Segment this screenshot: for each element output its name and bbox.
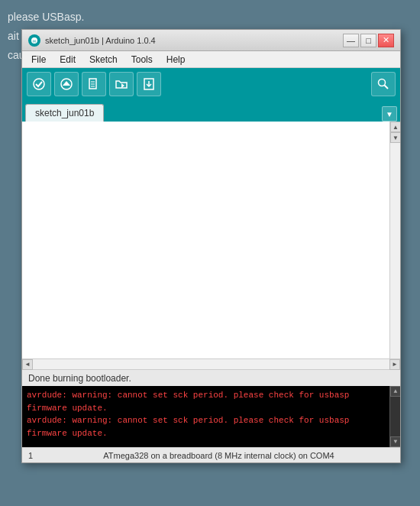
- menu-edit[interactable]: Edit: [53, 53, 82, 66]
- editor-vertical-scrollbar[interactable]: ▲ ▼: [389, 122, 400, 358]
- app-icon: ∞: [28, 34, 40, 47]
- menu-tools[interactable]: Tools: [125, 53, 159, 66]
- minimize-button[interactable]: —: [343, 34, 359, 47]
- console-line-2: firmware update.: [27, 402, 396, 415]
- menu-help[interactable]: Help: [160, 53, 192, 66]
- save-button[interactable]: [137, 72, 161, 96]
- console-scrollbar[interactable]: ▲ ▼: [389, 386, 400, 447]
- window-title: sketch_jun01b | Arduino 1.0.4: [45, 36, 343, 45]
- status-text: Done burning bootloader.: [28, 373, 131, 384]
- serial-monitor-button[interactable]: [371, 72, 396, 96]
- tab-dropdown-button[interactable]: ▼: [382, 106, 397, 122]
- upload-button[interactable]: [54, 72, 79, 96]
- status-bar: Done burning bootloader.: [22, 369, 400, 386]
- open-button[interactable]: [109, 72, 134, 96]
- menu-bar: File Edit Sketch Tools Help: [22, 51, 400, 68]
- tab-label: sketch_jun01b: [35, 108, 94, 118]
- bottom-status-bar: 1 ATmega328 on a breadboard (8 MHz inter…: [22, 447, 400, 462]
- console-line-1: avrdude: warning: cannot set sck period.…: [27, 389, 396, 402]
- board-info: ATmega328 on a breadboard (8 MHz interna…: [44, 451, 394, 460]
- scroll-up-arrow[interactable]: ▲: [390, 122, 400, 132]
- console-scroll-down[interactable]: ▼: [390, 436, 400, 447]
- console-output: avrdude: warning: cannot set sck period.…: [22, 386, 400, 447]
- toolbar: [22, 68, 400, 100]
- console-scroll-up[interactable]: ▲: [390, 386, 400, 397]
- editor-area[interactable]: ▲ ▼: [22, 122, 400, 358]
- svg-point-2: [34, 79, 44, 89]
- scroll-left-arrow[interactable]: ◄: [22, 359, 33, 370]
- close-button[interactable]: ✕: [378, 34, 394, 47]
- scroll-down-arrow[interactable]: ▼: [390, 132, 400, 143]
- horizontal-scrollbar[interactable]: ◄ ►: [22, 358, 400, 369]
- maximize-button[interactable]: □: [360, 34, 376, 47]
- svg-marker-9: [121, 83, 124, 88]
- scroll-right-arrow[interactable]: ►: [389, 359, 400, 370]
- verify-button[interactable]: [27, 72, 51, 96]
- window-controls: — □ ✕: [343, 34, 394, 47]
- scrollbar-track[interactable]: [33, 359, 389, 370]
- menu-file[interactable]: File: [25, 53, 52, 66]
- svg-marker-4: [63, 81, 70, 86]
- sketch-tab[interactable]: sketch_jun01b: [25, 104, 104, 122]
- line-number: 1: [28, 451, 44, 460]
- title-bar: ∞ sketch_jun01b | Arduino 1.0.4 — □ ✕: [22, 30, 400, 51]
- svg-point-12: [379, 79, 386, 86]
- arduino-window: ∞ sketch_jun01b | Arduino 1.0.4 — □ ✕ Fi…: [21, 29, 401, 463]
- tab-bar: sketch_jun01b ▼: [22, 100, 400, 122]
- svg-text:∞: ∞: [33, 38, 37, 44]
- menu-sketch[interactable]: Sketch: [83, 53, 124, 66]
- svg-line-13: [385, 86, 389, 89]
- console-line-4: firmware update.: [27, 427, 396, 440]
- console-line-3: avrdude: warning: cannot set sck period.…: [27, 414, 396, 427]
- new-button[interactable]: [82, 72, 106, 96]
